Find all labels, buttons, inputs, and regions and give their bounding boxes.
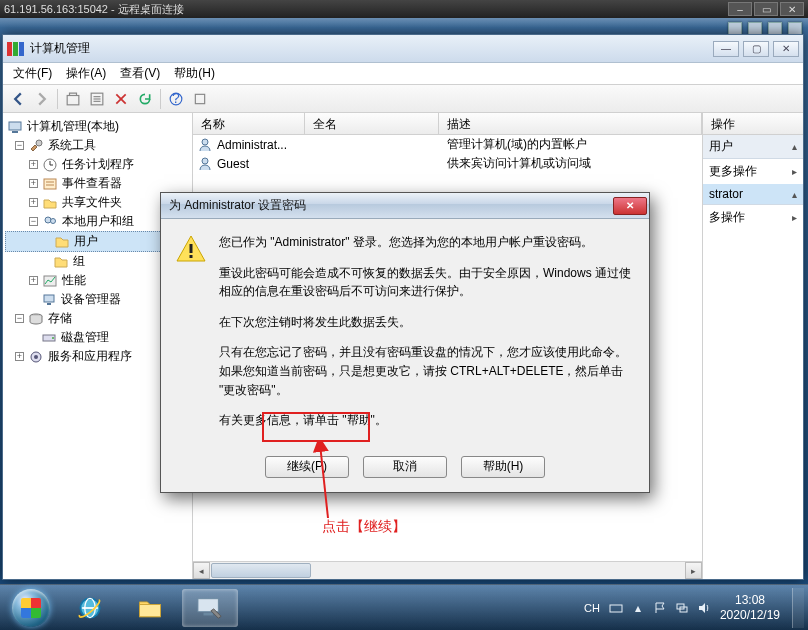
menu-help[interactable]: 帮助(H)	[168, 63, 221, 84]
dialog-close-button[interactable]: ✕	[613, 197, 647, 215]
user-row[interactable]: Guest 供来宾访问计算机或访问域	[193, 154, 702, 173]
properties-button[interactable]	[86, 88, 108, 110]
tray-volume-icon[interactable]	[696, 600, 712, 616]
device-icon	[41, 292, 57, 308]
nav-back-button[interactable]	[7, 88, 29, 110]
nav-forward-button[interactable]	[31, 88, 53, 110]
up-button[interactable]	[62, 88, 84, 110]
actions-item-more[interactable]: 多操作	[703, 205, 803, 230]
tray-network-icon[interactable]	[674, 600, 690, 616]
svg-rect-37	[198, 598, 218, 611]
cancel-button[interactable]: 取消	[363, 456, 447, 478]
services-icon	[28, 349, 44, 365]
tray-flag-icon[interactable]	[652, 600, 668, 616]
taskbar: CH ▴ 13:08 2020/12/19	[0, 584, 808, 630]
share-icon	[42, 195, 58, 211]
storage-icon	[28, 311, 44, 327]
menu-file[interactable]: 文件(F)	[7, 63, 58, 84]
svg-rect-32	[190, 255, 193, 258]
dialog-text: 您已作为 "Administrator" 登录。您选择为您的本地用户帐户重设密码…	[219, 233, 635, 442]
taskbar-explorer-button[interactable]	[122, 589, 178, 627]
actions-pane: 操作 用户 更多操作 strator 多操作	[703, 113, 803, 579]
annotation-text: 点击【继续】	[322, 518, 406, 536]
perf-icon	[42, 273, 58, 289]
horizontal-scrollbar[interactable]: ◂ ▸	[193, 561, 702, 579]
svg-rect-9	[195, 94, 204, 103]
svg-rect-16	[44, 179, 56, 189]
col-fullname[interactable]: 全名	[305, 113, 439, 134]
svg-rect-39	[610, 605, 622, 612]
rdp-titlebar: 61.191.56.163:15042 - 远程桌面连接 – ▭ ✕	[0, 0, 808, 18]
svg-rect-11	[12, 131, 18, 133]
mmc-menubar: 文件(F) 操作(A) 查看(V) 帮助(H)	[3, 63, 803, 85]
dialog-buttons: 继续(P) 取消 帮助(H)	[161, 452, 649, 492]
taskbar-clock[interactable]: 13:08 2020/12/19	[720, 593, 780, 623]
svg-rect-0	[67, 95, 79, 104]
rdp-maximize-button[interactable]: ▭	[754, 2, 778, 16]
delete-button[interactable]	[110, 88, 132, 110]
user-icon	[197, 137, 213, 153]
refresh-button[interactable]	[134, 88, 156, 110]
svg-rect-23	[47, 303, 51, 305]
tree-task-scheduler[interactable]: + 任务计划程序	[5, 155, 190, 174]
dialog-titlebar[interactable]: 为 Administrator 设置密码 ✕	[161, 193, 649, 219]
ime-indicator[interactable]: CH	[584, 602, 600, 614]
show-desktop-button[interactable]	[792, 588, 804, 628]
svg-point-30	[202, 158, 208, 164]
tree-root[interactable]: 计算机管理(本地)	[5, 117, 190, 136]
user-icon	[197, 156, 213, 172]
scroll-right-button[interactable]: ▸	[685, 562, 702, 579]
taskbar-mmc-button[interactable]	[182, 589, 238, 627]
svg-rect-36	[140, 604, 161, 616]
event-icon	[42, 176, 58, 192]
col-name[interactable]: 名称	[193, 113, 305, 134]
folder-icon	[53, 254, 69, 270]
svg-point-28	[34, 355, 38, 359]
annotation-highlight-box	[262, 412, 370, 442]
svg-point-19	[45, 217, 51, 223]
taskbar-ie-button[interactable]	[62, 589, 118, 627]
rdp-close-button[interactable]: ✕	[780, 2, 804, 16]
export-button[interactable]	[189, 88, 211, 110]
mmc-titlebar[interactable]: 计算机管理 — ▢ ✕	[3, 35, 803, 63]
mmc-app-icon	[7, 42, 24, 56]
actions-section-header[interactable]: 用户	[703, 135, 803, 159]
mmc-title-text: 计算机管理	[30, 40, 90, 57]
tools-icon	[28, 138, 44, 154]
svg-rect-10	[9, 122, 21, 130]
disk-icon	[41, 330, 57, 346]
svg-point-29	[202, 139, 208, 145]
scroll-left-button[interactable]: ◂	[193, 562, 210, 579]
help-button[interactable]: ?	[165, 88, 187, 110]
tree-system-tools[interactable]: − 系统工具	[5, 136, 190, 155]
warning-icon	[175, 233, 207, 265]
mmc-minimize-button[interactable]: —	[713, 41, 739, 57]
user-row[interactable]: Administrat... 管理计算机(域)的内置帐户	[193, 135, 702, 154]
actions-item-more[interactable]: 更多操作	[703, 159, 803, 184]
menu-view[interactable]: 查看(V)	[114, 63, 166, 84]
svg-point-12	[36, 140, 42, 146]
menu-action[interactable]: 操作(A)	[60, 63, 112, 84]
actions-header: 操作	[703, 113, 803, 135]
help-button[interactable]: 帮助(H)	[461, 456, 545, 478]
tree-event-viewer[interactable]: + 事件查看器	[5, 174, 190, 193]
computer-icon	[7, 119, 23, 135]
tray-up-icon[interactable]: ▴	[630, 600, 646, 616]
col-description[interactable]: 描述	[439, 113, 702, 134]
svg-rect-22	[44, 295, 54, 302]
clock-icon	[42, 157, 58, 173]
rdp-minimize-button[interactable]: –	[728, 2, 752, 16]
start-button[interactable]	[4, 588, 58, 628]
svg-text:?: ?	[172, 92, 180, 106]
svg-rect-31	[190, 244, 193, 253]
tray-keyboard-icon[interactable]	[608, 600, 624, 616]
rdp-window-controls: – ▭ ✕	[728, 2, 804, 16]
actions-section-header[interactable]: strator	[703, 184, 803, 205]
system-tray: CH ▴ 13:08 2020/12/19	[584, 588, 804, 628]
mmc-toolbar: ?	[3, 85, 803, 113]
list-header[interactable]: 名称 全名 描述	[193, 113, 702, 135]
mmc-close-button[interactable]: ✕	[773, 41, 799, 57]
continue-button[interactable]: 继续(P)	[265, 456, 349, 478]
scroll-thumb[interactable]	[211, 563, 311, 578]
mmc-maximize-button[interactable]: ▢	[743, 41, 769, 57]
